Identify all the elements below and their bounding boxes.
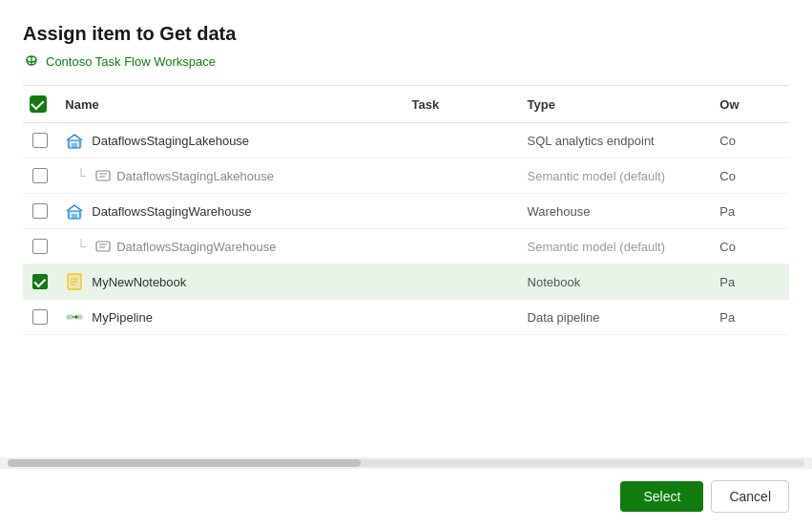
row-name: MyNewNotebook bbox=[92, 275, 186, 289]
row-owner-cell: Co bbox=[712, 123, 789, 158]
workspace-label: Contoso Task Flow Workspace bbox=[46, 54, 216, 69]
row-type-cell: Notebook bbox=[520, 264, 713, 300]
row-checkbox[interactable] bbox=[32, 274, 48, 289]
scrollbar-thumb[interactable] bbox=[8, 459, 361, 467]
items-table-container: Name Task Type Ow DataflowsStagingLakeho… bbox=[23, 85, 789, 457]
row-type: SQL analytics endpoint bbox=[528, 134, 655, 148]
row-name: DataflowsStagingLakehouse bbox=[116, 169, 274, 183]
table-row[interactable]: MyPipelineData pipelinePa bbox=[23, 300, 789, 335]
row-task-cell bbox=[404, 158, 519, 194]
cancel-button[interactable]: Cancel bbox=[711, 480, 789, 513]
row-name-cell: MyNewNotebook bbox=[57, 264, 404, 300]
row-checkbox-cell[interactable] bbox=[23, 229, 57, 264]
header-type: Type bbox=[520, 86, 713, 123]
svg-rect-10 bbox=[96, 242, 110, 251]
row-owner-cell: Co bbox=[712, 158, 789, 194]
row-type: Data pipeline bbox=[528, 310, 600, 325]
row-checkbox[interactable] bbox=[32, 133, 48, 148]
svg-rect-4 bbox=[96, 171, 110, 180]
row-name: DataflowsStagingWarehouse bbox=[116, 240, 276, 254]
row-type: Semantic model (default) bbox=[528, 169, 666, 183]
row-name-cell: └ DataflowsStagingLakehouse bbox=[57, 158, 404, 194]
row-checkbox[interactable] bbox=[32, 239, 48, 254]
row-name-cell: DataflowsStagingLakehouse bbox=[57, 123, 404, 158]
items-table: Name Task Type Ow DataflowsStagingLakeho… bbox=[23, 86, 789, 335]
table-row[interactable]: MyNewNotebookNotebookPa bbox=[23, 264, 789, 300]
notebook-icon bbox=[65, 272, 84, 291]
row-task-cell bbox=[404, 264, 519, 300]
row-checkbox-cell[interactable] bbox=[23, 123, 57, 158]
table-row[interactable]: └ DataflowsStagingWarehouseSemantic mode… bbox=[23, 229, 789, 264]
row-name: MyPipeline bbox=[92, 310, 153, 325]
svg-rect-18 bbox=[67, 315, 73, 319]
row-type-cell: Semantic model (default) bbox=[520, 158, 713, 194]
lakehouse-icon bbox=[65, 131, 84, 150]
lakehouse-icon bbox=[65, 201, 84, 221]
indent-line: └ bbox=[76, 168, 86, 183]
row-checkbox-cell[interactable] bbox=[23, 300, 57, 335]
row-owner-cell: Pa bbox=[712, 264, 789, 300]
row-task-cell bbox=[404, 194, 519, 229]
indent-line: └ bbox=[76, 239, 86, 254]
workspace-row: Contoso Task Flow Workspace bbox=[23, 53, 789, 70]
row-name: DataflowsStagingLakehouse bbox=[92, 134, 249, 148]
row-checkbox-cell[interactable] bbox=[23, 194, 57, 229]
row-type: Semantic model (default) bbox=[528, 240, 666, 254]
dialog-title: Assign item to Get data bbox=[23, 23, 789, 45]
table-row[interactable]: └ DataflowsStagingLakehouseSemantic mode… bbox=[23, 158, 789, 194]
row-checkbox[interactable] bbox=[32, 309, 48, 325]
row-checkbox[interactable] bbox=[32, 203, 48, 219]
workspace-icon bbox=[23, 53, 40, 70]
row-task-cell bbox=[404, 300, 519, 335]
header-checkbox-cell[interactable] bbox=[23, 86, 57, 123]
row-type-cell: Semantic model (default) bbox=[520, 229, 713, 264]
row-type: Notebook bbox=[528, 275, 581, 289]
row-type-cell: Data pipeline bbox=[520, 300, 713, 335]
row-name-cell: MyPipeline bbox=[57, 300, 404, 335]
row-task-cell bbox=[404, 229, 519, 264]
header-name: Name bbox=[57, 86, 404, 123]
row-task-cell bbox=[404, 123, 519, 158]
row-name: DataflowsStagingWarehouse bbox=[92, 204, 251, 219]
table-header-row: Name Task Type Ow bbox=[23, 86, 789, 123]
row-type: Warehouse bbox=[528, 204, 591, 219]
row-checkbox[interactable] bbox=[32, 168, 48, 183]
header-task: Task bbox=[404, 86, 519, 123]
row-owner-cell: Co bbox=[712, 229, 789, 264]
scrollbar-track bbox=[8, 459, 804, 467]
assign-item-dialog: Assign item to Get data Contoso Task Flo… bbox=[0, 0, 812, 528]
semantic-icon bbox=[94, 237, 113, 256]
row-type-cell: Warehouse bbox=[520, 194, 713, 229]
row-checkbox-cell[interactable] bbox=[23, 264, 57, 300]
header-checkbox[interactable] bbox=[30, 95, 47, 113]
svg-rect-9 bbox=[72, 214, 77, 219]
select-button[interactable]: Select bbox=[620, 481, 703, 512]
row-checkbox-cell[interactable] bbox=[23, 158, 57, 194]
header-owner: Ow bbox=[712, 86, 789, 123]
table-row[interactable]: DataflowsStagingLakehouseSQL analytics e… bbox=[23, 123, 789, 158]
svg-rect-3 bbox=[72, 143, 77, 148]
row-name-cell: └ DataflowsStagingWarehouse bbox=[57, 229, 404, 264]
table-row[interactable]: DataflowsStagingWarehouseWarehousePa bbox=[23, 194, 789, 229]
row-name-cell: DataflowsStagingWarehouse bbox=[57, 194, 404, 229]
row-owner-cell: Pa bbox=[712, 194, 789, 229]
pipeline-icon bbox=[65, 307, 84, 327]
row-owner-cell: Pa bbox=[712, 300, 789, 335]
horizontal-scrollbar[interactable] bbox=[0, 457, 812, 469]
semantic-icon bbox=[94, 166, 113, 185]
dialog-footer: Select Cancel bbox=[23, 469, 789, 528]
row-type-cell: SQL analytics endpoint bbox=[520, 123, 713, 158]
